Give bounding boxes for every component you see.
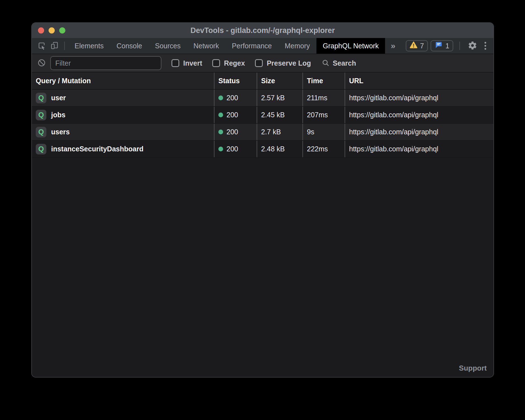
status-code: 200 [226,145,238,153]
status-code: 200 [226,128,238,136]
tab-label: Memory [285,42,310,50]
search-button[interactable]: Search [322,59,356,68]
tab-label: Network [194,42,219,50]
kebab-dot [485,48,486,50]
kebab-dot [485,42,486,44]
checkbox-label: Invert [183,59,202,67]
checkbox-group-preserve-log[interactable]: Preserve Log [255,59,311,67]
url-value: https://gitlab.com/api/graphql [349,128,438,136]
column-header-url[interactable]: URL [345,73,493,89]
tab-memory[interactable]: Memory [278,38,316,54]
close-button[interactable] [38,27,44,34]
message-icon [435,41,443,51]
search-label: Search [333,59,356,67]
support-link[interactable]: Support [459,364,487,373]
query-cell: Q users [32,124,214,140]
kebab-dot [485,45,486,47]
query-cell: Q user [32,90,214,106]
checkbox-label: Regex [224,59,245,67]
settings-button[interactable] [466,41,479,51]
tab-elements[interactable]: Elements [68,38,110,54]
filter-toolbar: Invert Regex Preserve Log Search [32,54,493,73]
column-header-size[interactable]: Size [257,73,302,89]
status-code: 200 [226,111,238,119]
zoom-button[interactable] [59,27,65,34]
tab-label: Elements [75,42,104,50]
size-cell: 2.57 kB [257,90,302,106]
search-icon [322,59,330,68]
table-row[interactable]: Q instanceSecurityDashboard 200 2.48 kB … [32,141,493,158]
tabbar-right-controls: 7 1 [406,38,493,54]
url-cell: https://gitlab.com/api/graphql [345,107,493,123]
table-row[interactable]: Q users 200 2.7 kB 9s https://gitlab.com… [32,124,493,141]
table-row[interactable]: Q user 200 2.57 kB 211ms https://gitlab.… [32,90,493,107]
devtools-tabbar: Elements Console Sources Network Perform… [32,38,493,54]
column-label: Time [307,77,323,85]
checkbox-group-regex[interactable]: Regex [212,59,245,67]
column-label: URL [349,77,363,85]
column-label: Size [261,77,275,85]
query-cell: Q instanceSecurityDashboard [32,141,214,157]
issues-badge[interactable]: 1 [431,40,453,51]
tab-performance[interactable]: Performance [225,38,278,54]
status-code: 200 [226,94,238,102]
query-type-badge: Q [36,127,46,137]
tab-label: Sources [155,42,181,50]
query-type-badge: Q [36,110,46,120]
status-dot-icon [218,130,223,134]
column-header-query-mutation[interactable]: Query / Mutation [32,73,214,89]
warning-count: 7 [420,42,424,50]
time-cell: 207ms [302,107,345,123]
warnings-badge[interactable]: 7 [406,40,428,51]
tab-sources[interactable]: Sources [149,38,187,54]
status-dot-icon [218,96,223,100]
tab-label: Console [116,42,142,50]
query-type-badge: Q [36,93,46,103]
tab-console[interactable]: Console [110,38,149,54]
block-icon [37,59,46,68]
size-cell: 2.48 kB [257,141,302,157]
devtools-window: DevTools - gitlab.com/-/graphql-explorer… [31,22,494,378]
inspect-element-button[interactable] [35,38,48,54]
column-label: Query / Mutation [36,77,91,85]
filter-options: Invert Regex Preserve Log [161,59,311,67]
size-value: 2.7 kB [261,128,281,136]
more-tabs-button[interactable]: » [385,38,401,54]
status-dot-icon [218,113,223,117]
warning-icon [410,41,417,50]
time-value: 9s [307,128,314,136]
window-title: DevTools - gitlab.com/-/graphql-explorer [32,26,493,35]
checkbox-group-invert[interactable]: Invert [171,59,202,67]
message-count: 1 [445,42,449,50]
inspect-cursor-icon [37,41,46,51]
time-value: 207ms [307,111,328,119]
filter-input[interactable] [50,56,161,70]
gear-icon [468,41,477,51]
table-header: Query / Mutation Status Size Time URL [32,73,493,90]
clear-button[interactable] [37,59,46,68]
tab-label: Performance [232,42,272,50]
query-name: jobs [51,111,65,119]
query-name: users [51,128,70,136]
url-value: https://gitlab.com/api/graphql [349,94,438,102]
column-label: Status [218,77,240,85]
size-cell: 2.7 kB [257,124,302,140]
url-value: https://gitlab.com/api/graphql [349,145,438,153]
column-header-status[interactable]: Status [214,73,257,89]
more-options-button[interactable] [482,42,489,50]
checkbox[interactable] [171,59,179,67]
size-value: 2.48 kB [261,145,285,153]
checkbox[interactable] [255,59,263,67]
tab-graphql-network[interactable]: GraphQL Network [316,38,385,54]
device-toolbar-button[interactable] [48,38,61,54]
checkbox[interactable] [212,59,220,67]
time-cell: 222ms [302,141,345,157]
tab-network[interactable]: Network [187,38,226,54]
minimize-button[interactable] [49,27,55,34]
url-value: https://gitlab.com/api/graphql [349,111,438,119]
table-row[interactable]: Q jobs 200 2.45 kB 207ms https://gitlab.… [32,107,493,124]
column-header-time[interactable]: Time [302,73,345,89]
time-cell: 9s [302,124,345,140]
tab-label: GraphQL Network [323,42,379,50]
controls-divider [459,42,460,50]
